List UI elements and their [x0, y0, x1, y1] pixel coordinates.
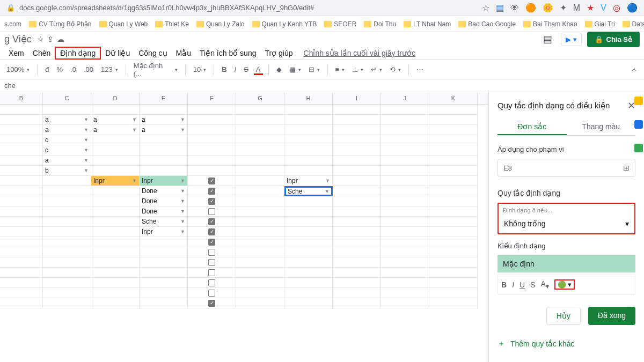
cloud-icon[interactable]: ☁ [57, 35, 64, 43]
ext-icon-6[interactable]: M [573, 3, 580, 13]
col-header[interactable]: C [43, 92, 91, 104]
dropdown-icon[interactable]: ▼ [180, 229, 185, 234]
doc-title[interactable]: g Việc [4, 33, 32, 45]
comments-icon[interactable]: ▤ [543, 33, 552, 45]
ext-icon-2[interactable]: 👁 [510, 3, 519, 13]
cell[interactable] [333, 176, 381, 186]
cell[interactable] [188, 278, 236, 288]
bookmark-item[interactable]: LT Nhat Nam [404, 20, 451, 28]
wrap-button[interactable]: ↵ [369, 64, 384, 75]
dropdown-icon[interactable]: ▼ [84, 147, 89, 153]
cell[interactable] [236, 298, 284, 308]
cell[interactable] [188, 176, 236, 186]
bold-button[interactable]: B [219, 64, 229, 75]
cell[interactable] [333, 217, 381, 227]
cell[interactable] [236, 288, 284, 298]
cell[interactable] [429, 206, 478, 217]
cell[interactable] [333, 227, 381, 237]
bookmark-item[interactable]: Thiet Ke [155, 20, 189, 28]
bookmark-item[interactable]: Bao Cao Google [458, 20, 516, 28]
avatar-icon[interactable]: 🔵 [627, 3, 638, 13]
col-header[interactable]: G [236, 92, 284, 104]
cell[interactable]: c▼ [43, 145, 91, 156]
dropdown-icon[interactable]: ▼ [132, 127, 137, 132]
cell[interactable] [333, 206, 381, 217]
cell[interactable] [333, 186, 381, 196]
col-header[interactable]: B [0, 92, 43, 104]
italic-button[interactable]: I [232, 64, 239, 75]
ext-icon-8[interactable]: Ⅴ [601, 3, 606, 13]
grid-select-icon[interactable]: ⊞ [623, 164, 630, 172]
cell[interactable] [333, 166, 381, 176]
cell[interactable] [91, 268, 140, 278]
cell[interactable] [140, 268, 188, 278]
bookmark-item[interactable]: Quan Ly Web [99, 20, 148, 28]
cell[interactable] [43, 257, 91, 268]
cell[interactable] [284, 278, 333, 288]
cell[interactable]: a▼ [140, 125, 188, 135]
cell[interactable] [188, 247, 236, 257]
cell[interactable] [333, 237, 381, 247]
cancel-button[interactable]: Hủy [546, 307, 581, 325]
borders-button[interactable]: ▦ [287, 64, 303, 75]
cell[interactable] [140, 247, 188, 257]
bold-button[interactable]: B [501, 280, 507, 289]
col-header[interactable]: J [381, 92, 429, 104]
cell[interactable]: a▼ [43, 125, 91, 135]
cell[interactable] [140, 298, 188, 308]
cell[interactable]: a▼ [140, 115, 188, 125]
cell[interactable] [429, 176, 478, 186]
cell[interactable] [236, 186, 284, 196]
cell[interactable] [0, 166, 43, 176]
cell[interactable] [236, 217, 284, 227]
cell[interactable] [188, 145, 236, 156]
menu-congcu[interactable]: Công cụ [134, 48, 171, 58]
cell[interactable] [0, 268, 43, 278]
strike-button[interactable]: S [530, 280, 535, 289]
ext-icon-7[interactable]: ★ [587, 3, 594, 13]
cell[interactable] [43, 196, 91, 206]
cell[interactable] [381, 257, 429, 268]
cell[interactable] [284, 125, 333, 135]
dropdown-icon[interactable]: ▼ [180, 127, 185, 132]
spreadsheet-grid[interactable]: B C D E F G H I J K a▼a▼a▼a▼a▼a▼c▼c▼a▼b▼… [0, 92, 488, 362]
cell[interactable] [236, 166, 284, 176]
cell[interactable] [429, 288, 478, 298]
cell[interactable] [284, 298, 333, 308]
fill-color-button[interactable]: 🟢▾ [554, 279, 575, 290]
dropdown-icon[interactable]: ▼ [180, 209, 185, 214]
cell[interactable] [0, 196, 43, 206]
cell[interactable] [140, 257, 188, 268]
cell[interactable]: Inpr▼ [140, 176, 188, 186]
cell[interactable] [91, 156, 140, 166]
checkbox[interactable] [208, 208, 215, 215]
cell[interactable] [91, 298, 140, 308]
cell[interactable] [381, 247, 429, 257]
font-size-select[interactable]: 10 [191, 64, 208, 75]
cell[interactable] [429, 278, 478, 288]
cell[interactable] [0, 298, 43, 308]
bookmark-item[interactable]: Quan Ly Zalo [196, 20, 245, 28]
cell[interactable] [0, 278, 43, 288]
cell[interactable] [140, 166, 188, 176]
checkbox[interactable] [208, 300, 215, 307]
menu-mau[interactable]: Mẫu [172, 48, 195, 58]
cell[interactable] [0, 237, 43, 247]
menu-chen[interactable]: Chèn [28, 48, 55, 58]
cell[interactable] [91, 217, 140, 227]
dropdown-icon[interactable]: ▼ [132, 117, 137, 122]
bookmark-item[interactable]: Data Bao Cao [623, 20, 644, 28]
menu-dinhdang[interactable]: Định dạng [55, 47, 101, 60]
cell[interactable] [188, 115, 236, 125]
cell[interactable] [284, 135, 333, 145]
cell[interactable] [0, 257, 43, 268]
cell[interactable] [236, 115, 284, 125]
cell[interactable] [333, 298, 381, 308]
cell[interactable] [429, 298, 478, 308]
checkbox[interactable] [208, 228, 215, 235]
cell[interactable] [91, 186, 140, 196]
rotate-button[interactable]: ⟲ [387, 64, 403, 75]
ext-icon-3[interactable]: 🟠 [525, 3, 536, 13]
cell[interactable] [91, 288, 140, 298]
cell[interactable] [429, 237, 478, 247]
